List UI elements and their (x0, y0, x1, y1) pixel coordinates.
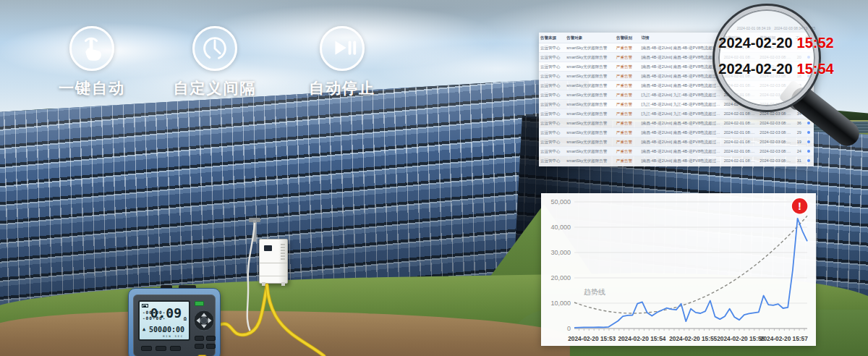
alarm-cell: smartSky光伏超限告警 (565, 102, 615, 107)
alarm-cell: 31 (794, 158, 804, 163)
column-header: 告警来源 (539, 35, 565, 41)
alarm-cell: 严重告警 (615, 121, 639, 126)
device-button (141, 346, 152, 351)
inverter-display (264, 245, 272, 251)
alarm-cell: 严重告警 (615, 64, 639, 69)
alarm-cell: 云运管中心 (539, 64, 565, 69)
alarm-cell: 严重告警 (615, 93, 639, 98)
detail-action-icon[interactable] (807, 131, 810, 134)
alarm-cell: [南昌-4B-逆2Unit] 南昌-4B-逆PV8电流超过阈值70%，负载65%… (639, 130, 722, 135)
alarm-cell: 2024-02-03 08:34:19 (758, 158, 794, 163)
alarm-cell: [南昌-4B-逆2Unit] 南昌-4B-逆PV8电流超过阈值70%，负载65%… (639, 158, 722, 164)
feature-auto-stop: 自动停止 (288, 26, 396, 98)
alarm-cell: 严重告警 (615, 130, 639, 135)
alarm-cell: smartSky光伏超限告警 (565, 74, 615, 79)
alert-exclamation: ! (798, 200, 801, 212)
alarm-cell: 严重告警 (615, 102, 639, 107)
device-button (206, 336, 216, 341)
alarm-cell: smartSky光伏超限告警 (565, 46, 615, 51)
power-indicator (195, 301, 204, 306)
alarm-cell: 云运管中心 (539, 83, 565, 88)
alarm-cell: 严重告警 (615, 111, 639, 116)
trend-line (574, 216, 807, 313)
device-button (206, 344, 216, 349)
device-button (156, 346, 166, 351)
y-tick-label: 0 (567, 325, 571, 332)
magnified-dates: 2024-02-01 08:34:19 2024-02-03 08:34:19 … (700, 0, 852, 77)
lcd-timer-caption: MIN SEC (163, 335, 184, 338)
magnified-date-line: 2024-02-2015:52 (700, 35, 852, 51)
alarm-cell: 云运管中心 (539, 55, 565, 60)
alarm-cell: 云运管中心 (539, 140, 565, 145)
feature-custom-interval: 自定义间隔 (161, 26, 269, 98)
detail-action-icon[interactable] (807, 140, 810, 143)
alarm-row[interactable]: 云运管中心smartSky光伏超限告警严重告警[南昌-4B-逆2Unit] 南昌… (539, 156, 814, 166)
alarm-cell: 2024-02-01 08:34:19 (723, 130, 759, 135)
alarm-cell: 严重告警 (615, 74, 639, 79)
y-tick-label: 50,000 (550, 198, 571, 205)
alarm-cell: 严重告警 (615, 55, 639, 60)
alarm-cell: [南昌-4B-逆2Unit] 南昌-4B-逆PV8电流超过阈值70%，负载65%… (639, 83, 722, 88)
magnified-time: 15:54 (797, 61, 834, 77)
lcd-ohm-unit: Ω (184, 316, 187, 322)
x-tick-label: 2024-02-20 15:56 (717, 335, 765, 342)
clock-icon (192, 26, 237, 71)
y-tick-label: 10,000 (550, 300, 571, 307)
alarm-cell: [九江-4B-逆2Unit] 九江-4B-逆PV8电流超过阈值70%，负载65%… (639, 102, 722, 107)
alarm-cell: 2024-02-03 08:34:19 (758, 121, 794, 125)
alarm-cell: 云运管中心 (539, 111, 565, 116)
alarm-cell: 19 (794, 140, 804, 144)
device-button (195, 344, 204, 349)
y-tick-label: 40,000 (550, 224, 571, 231)
alarm-cell: smartSky光伏超限告警 (565, 55, 615, 60)
dpad-buttons (193, 310, 215, 331)
y-tick-label: 30,000 (550, 249, 571, 256)
feature-label: 自动停止 (288, 78, 396, 98)
x-tick-label: 2024-02-20 15:54 (618, 335, 665, 342)
detail-action-icon[interactable] (807, 159, 810, 162)
x-tick-label: 2024-02-20 15:53 (568, 335, 616, 342)
alarm-cell: 云运管中心 (539, 158, 565, 164)
lcd-main-reading: 0.09 (150, 305, 182, 321)
alarm-cell: smartSky光伏超限告警 (565, 140, 615, 145)
solar-inverter-box (259, 239, 288, 284)
alarm-cell: smartSky光伏超限告警 (565, 64, 615, 69)
alarm-cell: 云运管中心 (539, 149, 565, 154)
alarm-cell: 云运管中心 (539, 74, 565, 79)
alarm-cell: 2024-02-03 08:34:19 (758, 111, 794, 116)
detail-action-icon[interactable] (807, 122, 810, 124)
alarm-cell: 严重告警 (615, 149, 639, 154)
y-tick-label: 20,000 (550, 274, 571, 281)
magnified-table-microtext: 2024-02-01 08:34:19 2024-02-03 08:34:19 … (700, 26, 852, 30)
alarm-row[interactable]: 云运管中心smartSky光伏超限告警严重告警[南昌-4B-逆2Unit] 南昌… (539, 119, 814, 128)
x-tick-label: 2024-02-20 15:55 (669, 335, 717, 342)
device-button (170, 346, 181, 351)
alarm-row[interactable]: 云运管中心smartSky光伏超限告警严重告警[南昌-4B-逆2Unit] 南昌… (539, 128, 814, 137)
alarm-row[interactable]: 云运管中心smartSky光伏超限告警严重告警[九江-4B-逆2Unit] 九江… (539, 109, 814, 119)
alarm-cell: smartSky光伏超限告警 (565, 111, 615, 116)
feature-one-key-auto: 一键自动 (38, 26, 146, 98)
alarm-row[interactable]: 云运管中心smartSky光伏超限告警严重告警[南昌-4B-逆2Unit] 南昌… (539, 137, 814, 147)
alarm-cell: [九江-4B-逆2Unit] 九江-4B-逆PV8电流超过阈值70%，负载65%… (639, 93, 722, 98)
column-header: 告警级别 (615, 35, 639, 41)
alarm-cell: 严重告警 (615, 46, 639, 51)
feature-label: 自定义间隔 (161, 78, 269, 98)
alarm-cell: 云运管中心 (539, 130, 565, 135)
alarm-cell: [南昌-4B-逆2Unit] 南昌-4B-逆PV8电流超过阈值70%，负载65%… (639, 149, 722, 154)
detail-action-icon[interactable] (807, 150, 810, 153)
alarm-cell: smartSky光伏超限告警 (565, 83, 615, 88)
battery-icon (142, 304, 148, 308)
alarm-cell: 29 (794, 130, 804, 135)
alarm-cell: 2024-02-03 08:34:19 (758, 130, 794, 135)
alarm-cell: 严重告警 (615, 158, 639, 164)
alarm-cell: smartSky光伏超限告警 (565, 121, 615, 126)
alarm-row[interactable]: 云运管中心smartSky光伏超限告警严重告警[南昌-4B-逆2Unit] 南昌… (539, 147, 814, 156)
lcd-timer: 00:00 (163, 326, 184, 334)
x-tick-label: 2024-02-20 15:57 (760, 335, 808, 342)
alarm-cell: 2024-02-01 08:34:19 (723, 111, 759, 116)
lcd-warning-symbol: ▲ (142, 326, 145, 332)
inverter-pole (253, 220, 256, 242)
alarm-cell: 云运管中心 (539, 46, 565, 51)
tap-icon (69, 26, 114, 71)
feature-label: 一键自动 (38, 78, 146, 98)
